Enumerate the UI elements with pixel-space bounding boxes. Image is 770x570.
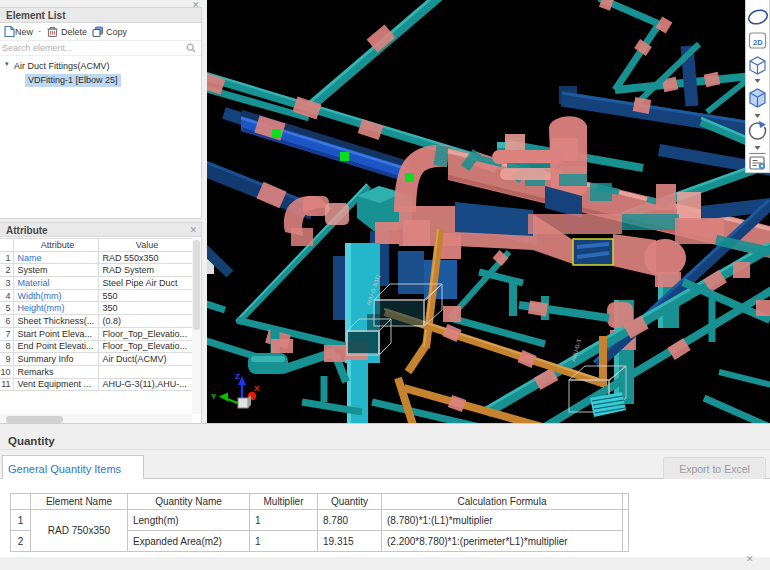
svg-text:Z: Z	[235, 372, 240, 381]
svg-text:Y: Y	[211, 392, 217, 401]
svg-text:X: X	[254, 384, 260, 393]
svg-text:2D: 2D	[753, 38, 763, 47]
